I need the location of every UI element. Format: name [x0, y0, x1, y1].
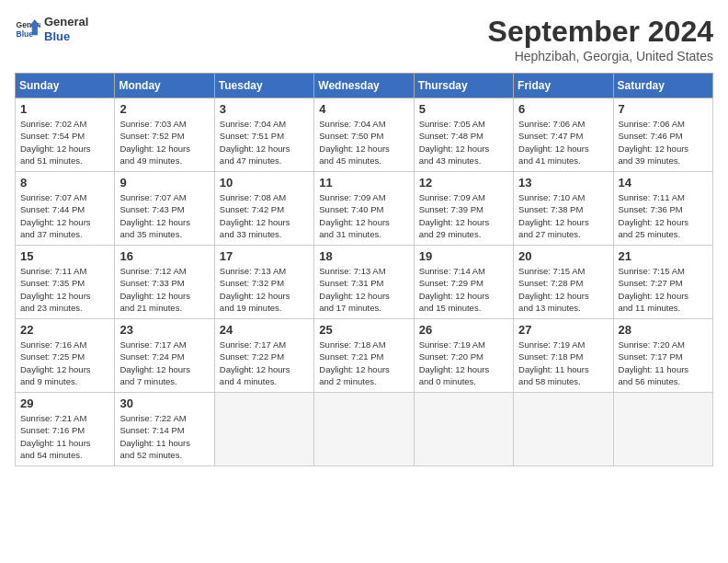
calendar-cell: 3Sunrise: 7:04 AM Sunset: 7:51 PM Daylig…: [214, 98, 313, 172]
calendar-cell: 23Sunrise: 7:17 AM Sunset: 7:24 PM Dayli…: [115, 319, 214, 393]
day-number: 20: [518, 249, 608, 263]
calendar-cell: 12Sunrise: 7:09 AM Sunset: 7:39 PM Dayli…: [414, 172, 513, 246]
calendar-week-3: 15Sunrise: 7:11 AM Sunset: 7:35 PM Dayli…: [16, 246, 713, 319]
day-info: Sunrise: 7:06 AM Sunset: 7:47 PM Dayligh…: [518, 118, 608, 167]
day-number: 2: [119, 102, 209, 116]
calendar-cell: 9Sunrise: 7:07 AM Sunset: 7:43 PM Daylig…: [115, 172, 214, 246]
logo-icon: General Blue: [15, 17, 40, 42]
day-number: 26: [419, 323, 508, 337]
day-info: Sunrise: 7:03 AM Sunset: 7:52 PM Dayligh…: [119, 118, 209, 167]
logo: General Blue General Blue: [15, 15, 88, 43]
col-header-thursday: Thursday: [414, 74, 513, 98]
calendar-cell: 29Sunrise: 7:21 AM Sunset: 7:16 PM Dayli…: [16, 393, 115, 466]
calendar-cell: 18Sunrise: 7:13 AM Sunset: 7:31 PM Dayli…: [314, 246, 414, 319]
calendar-cell: [414, 393, 513, 466]
day-info: Sunrise: 7:16 AM Sunset: 7:25 PM Dayligh…: [20, 339, 109, 387]
calendar-week-2: 8Sunrise: 7:07 AM Sunset: 7:44 PM Daylig…: [16, 172, 713, 246]
title-area: September 2024 Hephzibah, Georgia, Unite…: [488, 15, 713, 63]
header: General Blue General Blue September 2024…: [15, 15, 713, 63]
day-info: Sunrise: 7:17 AM Sunset: 7:22 PM Dayligh…: [220, 339, 309, 387]
calendar-cell: 4Sunrise: 7:04 AM Sunset: 7:50 PM Daylig…: [314, 98, 414, 172]
day-number: 30: [119, 396, 209, 410]
calendar-cell: 7Sunrise: 7:06 AM Sunset: 7:46 PM Daylig…: [613, 98, 712, 172]
calendar-week-5: 29Sunrise: 7:21 AM Sunset: 7:16 PM Dayli…: [16, 393, 713, 466]
day-number: 17: [220, 249, 309, 263]
day-number: 28: [619, 323, 708, 337]
calendar-cell: [613, 393, 712, 466]
day-info: Sunrise: 7:13 AM Sunset: 7:32 PM Dayligh…: [220, 265, 309, 314]
day-info: Sunrise: 7:04 AM Sunset: 7:51 PM Dayligh…: [220, 118, 309, 167]
calendar-cell: 21Sunrise: 7:15 AM Sunset: 7:27 PM Dayli…: [613, 246, 712, 319]
day-info: Sunrise: 7:06 AM Sunset: 7:46 PM Dayligh…: [619, 118, 708, 167]
calendar-cell: [214, 393, 313, 466]
location: Hephzibah, Georgia, United States: [488, 49, 713, 63]
day-info: Sunrise: 7:12 AM Sunset: 7:33 PM Dayligh…: [119, 265, 209, 314]
day-info: Sunrise: 7:11 AM Sunset: 7:36 PM Dayligh…: [619, 191, 708, 240]
calendar-cell: 13Sunrise: 7:10 AM Sunset: 7:38 PM Dayli…: [514, 172, 613, 246]
month-title: September 2024: [488, 15, 713, 49]
day-info: Sunrise: 7:19 AM Sunset: 7:18 PM Dayligh…: [518, 339, 608, 387]
day-info: Sunrise: 7:22 AM Sunset: 7:14 PM Dayligh…: [119, 412, 209, 461]
day-info: Sunrise: 7:17 AM Sunset: 7:24 PM Dayligh…: [119, 339, 209, 387]
calendar-cell: 28Sunrise: 7:20 AM Sunset: 7:17 PM Dayli…: [613, 319, 712, 393]
calendar-cell: 30Sunrise: 7:22 AM Sunset: 7:14 PM Dayli…: [115, 393, 214, 466]
day-info: Sunrise: 7:19 AM Sunset: 7:20 PM Dayligh…: [419, 339, 508, 387]
day-info: Sunrise: 7:15 AM Sunset: 7:28 PM Dayligh…: [518, 265, 608, 314]
day-info: Sunrise: 7:21 AM Sunset: 7:16 PM Dayligh…: [20, 412, 109, 461]
col-header-friday: Friday: [514, 74, 613, 98]
calendar-cell: 20Sunrise: 7:15 AM Sunset: 7:28 PM Dayli…: [514, 246, 613, 319]
calendar-cell: 25Sunrise: 7:18 AM Sunset: 7:21 PM Dayli…: [314, 319, 414, 393]
day-number: 12: [419, 176, 508, 190]
calendar-header-row: SundayMondayTuesdayWednesdayThursdayFrid…: [16, 74, 713, 98]
day-info: Sunrise: 7:20 AM Sunset: 7:17 PM Dayligh…: [619, 339, 708, 387]
day-info: Sunrise: 7:11 AM Sunset: 7:35 PM Dayligh…: [20, 265, 109, 314]
calendar-cell: 22Sunrise: 7:16 AM Sunset: 7:25 PM Dayli…: [16, 319, 115, 393]
day-info: Sunrise: 7:10 AM Sunset: 7:38 PM Dayligh…: [518, 191, 608, 240]
calendar-cell: 1Sunrise: 7:02 AM Sunset: 7:54 PM Daylig…: [16, 98, 115, 172]
day-info: Sunrise: 7:09 AM Sunset: 7:39 PM Dayligh…: [419, 191, 508, 240]
col-header-saturday: Saturday: [613, 74, 712, 98]
day-number: 4: [319, 102, 408, 116]
day-number: 1: [20, 102, 109, 116]
day-number: 25: [319, 323, 408, 337]
col-header-tuesday: Tuesday: [214, 74, 313, 98]
day-number: 10: [220, 176, 309, 190]
day-info: Sunrise: 7:04 AM Sunset: 7:50 PM Dayligh…: [319, 118, 408, 167]
day-number: 5: [419, 102, 508, 116]
day-info: Sunrise: 7:05 AM Sunset: 7:48 PM Dayligh…: [419, 118, 508, 167]
day-number: 19: [419, 249, 508, 263]
day-number: 23: [119, 323, 209, 337]
day-number: 24: [220, 323, 309, 337]
calendar-cell: 14Sunrise: 7:11 AM Sunset: 7:36 PM Dayli…: [613, 172, 712, 246]
day-number: 21: [619, 249, 708, 263]
day-number: 14: [619, 176, 708, 190]
calendar-cell: 11Sunrise: 7:09 AM Sunset: 7:40 PM Dayli…: [314, 172, 414, 246]
day-number: 9: [119, 176, 209, 190]
day-number: 29: [20, 396, 109, 410]
calendar-cell: 17Sunrise: 7:13 AM Sunset: 7:32 PM Dayli…: [214, 246, 313, 319]
day-number: 11: [319, 176, 408, 190]
calendar-cell: [314, 393, 414, 466]
calendar-cell: 19Sunrise: 7:14 AM Sunset: 7:29 PM Dayli…: [414, 246, 513, 319]
day-info: Sunrise: 7:02 AM Sunset: 7:54 PM Dayligh…: [20, 118, 109, 167]
day-number: 16: [119, 249, 209, 263]
day-info: Sunrise: 7:07 AM Sunset: 7:43 PM Dayligh…: [119, 191, 209, 240]
calendar-cell: 10Sunrise: 7:08 AM Sunset: 7:42 PM Dayli…: [214, 172, 313, 246]
calendar-cell: 2Sunrise: 7:03 AM Sunset: 7:52 PM Daylig…: [115, 98, 214, 172]
calendar-week-1: 1Sunrise: 7:02 AM Sunset: 7:54 PM Daylig…: [16, 98, 713, 172]
col-header-monday: Monday: [115, 74, 214, 98]
calendar-cell: 27Sunrise: 7:19 AM Sunset: 7:18 PM Dayli…: [514, 319, 613, 393]
calendar-cell: 24Sunrise: 7:17 AM Sunset: 7:22 PM Dayli…: [214, 319, 313, 393]
day-number: 22: [20, 323, 109, 337]
day-info: Sunrise: 7:18 AM Sunset: 7:21 PM Dayligh…: [319, 339, 408, 387]
calendar-cell: 16Sunrise: 7:12 AM Sunset: 7:33 PM Dayli…: [115, 246, 214, 319]
calendar-week-4: 22Sunrise: 7:16 AM Sunset: 7:25 PM Dayli…: [16, 319, 713, 393]
day-info: Sunrise: 7:09 AM Sunset: 7:40 PM Dayligh…: [319, 191, 408, 240]
logo-text-general: General: [44, 15, 88, 29]
day-number: 27: [518, 323, 608, 337]
day-info: Sunrise: 7:07 AM Sunset: 7:44 PM Dayligh…: [20, 191, 109, 240]
calendar-body: 1Sunrise: 7:02 AM Sunset: 7:54 PM Daylig…: [16, 98, 713, 466]
day-number: 7: [619, 102, 708, 116]
calendar-cell: 26Sunrise: 7:19 AM Sunset: 7:20 PM Dayli…: [414, 319, 513, 393]
col-header-wednesday: Wednesday: [314, 74, 414, 98]
